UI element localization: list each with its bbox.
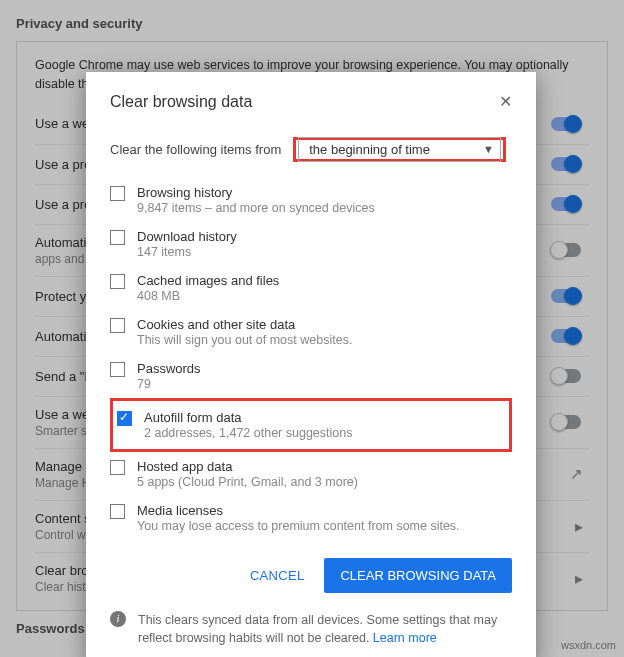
option-title: Cached images and files: [137, 273, 279, 288]
clear-option-row: Download history147 items: [110, 222, 512, 266]
chevron-right-icon[interactable]: ▸: [569, 517, 589, 536]
option-subtitle: 2 addresses, 1,472 other suggestions: [144, 426, 352, 440]
option-subtitle: This will sign you out of most websites.: [137, 333, 352, 347]
learn-more-link[interactable]: Learn more: [373, 631, 437, 645]
option-subtitle: 79: [137, 377, 201, 391]
chevron-down-icon: ▼: [483, 143, 494, 155]
checkbox[interactable]: [110, 230, 125, 245]
clear-option-row: Media licensesYou may lose access to pre…: [110, 496, 512, 540]
watermark: wsxdn.com: [561, 639, 616, 651]
clear-option-row: Passwords79: [110, 354, 512, 398]
toggle-switch[interactable]: [551, 289, 581, 303]
external-link-icon[interactable]: ↗: [564, 465, 589, 483]
toggle-switch[interactable]: [551, 117, 581, 131]
option-subtitle: You may lose access to premium content f…: [137, 519, 460, 533]
toggle-switch[interactable]: [551, 329, 581, 343]
option-title: Download history: [137, 229, 237, 244]
toggle-switch[interactable]: [551, 369, 581, 383]
option-title: Autofill form data: [144, 410, 352, 425]
checkbox[interactable]: [110, 274, 125, 289]
option-subtitle: 5 apps (Cloud Print, Gmail, and 3 more): [137, 475, 358, 489]
checkbox[interactable]: [110, 186, 125, 201]
option-title: Media licenses: [137, 503, 460, 518]
highlight-autofill: Autofill form data2 addresses, 1,472 oth…: [110, 398, 512, 452]
info-icon: i: [110, 611, 126, 627]
clear-option-row: Hosted app data5 apps (Cloud Print, Gmai…: [110, 452, 512, 496]
dialog-title: Clear browsing data: [110, 93, 252, 111]
toggle-switch[interactable]: [551, 197, 581, 211]
chevron-right-icon[interactable]: ▸: [569, 569, 589, 588]
checkbox[interactable]: [110, 318, 125, 333]
option-title: Browsing history: [137, 185, 375, 200]
option-subtitle: 147 items: [137, 245, 237, 259]
checkbox[interactable]: [117, 411, 132, 426]
checkbox[interactable]: [110, 460, 125, 475]
checkbox[interactable]: [110, 504, 125, 519]
option-title: Cookies and other site data: [137, 317, 352, 332]
cancel-button[interactable]: CANCEL: [250, 568, 305, 583]
option-subtitle: 9,847 items – and more on synced devices: [137, 201, 375, 215]
toggle-switch[interactable]: [551, 415, 581, 429]
clear-option-row: Cookies and other site dataThis will sig…: [110, 310, 512, 354]
time-range-value: the beginning of time: [309, 142, 430, 157]
toggle-switch[interactable]: [551, 157, 581, 171]
time-range-label: Clear the following items from: [110, 142, 281, 157]
section-privacy-header: Privacy and security: [16, 6, 608, 41]
close-icon[interactable]: ✕: [499, 92, 512, 111]
checkbox[interactable]: [110, 362, 125, 377]
dialog-footnote: This clears synced data from all devices…: [138, 611, 512, 647]
option-subtitle: 408 MB: [137, 289, 279, 303]
time-range-select[interactable]: the beginning of time ▼: [298, 137, 501, 162]
clear-data-button[interactable]: CLEAR BROWSING DATA: [324, 558, 512, 593]
clear-option-row: Cached images and files408 MB: [110, 266, 512, 310]
clear-browsing-data-dialog: Clear browsing data ✕ Clear the followin…: [86, 72, 536, 657]
toggle-switch[interactable]: [551, 243, 581, 257]
option-title: Passwords: [137, 361, 201, 376]
option-title: Hosted app data: [137, 459, 358, 474]
highlight-time-range: the beginning of time ▼: [293, 137, 506, 162]
clear-option-row: Browsing history9,847 items – and more o…: [110, 178, 512, 222]
clear-option-row: Autofill form data2 addresses, 1,472 oth…: [117, 403, 505, 447]
